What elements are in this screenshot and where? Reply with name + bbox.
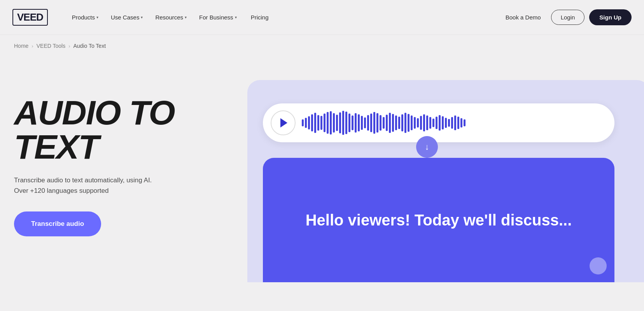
hero-illustration: ↓ Hello viewers! Today we'll discuss... <box>224 80 630 282</box>
hero-title: AUDIO TO TEXT <box>14 96 208 164</box>
waveform-bar <box>411 115 413 130</box>
decoration-circle <box>590 257 607 274</box>
chevron-down-icon: ▾ <box>96 15 98 19</box>
hero-left: AUDIO TO TEXT Transcribe audio to text a… <box>14 80 208 236</box>
waveform-bar <box>330 111 332 135</box>
waveform-bar <box>383 117 385 129</box>
arrow-down-circle: ↓ <box>416 136 438 158</box>
waveform-bar <box>317 115 319 131</box>
waveform-bar <box>355 113 357 133</box>
waveform-bar <box>361 116 363 130</box>
waveform-bar <box>342 111 344 135</box>
waveform-bar <box>367 115 369 131</box>
waveform-bar <box>352 115 354 130</box>
breadcrumb-current: Audio To Text <box>74 43 106 49</box>
waveform-bar <box>358 114 360 131</box>
waveform-bar <box>442 116 444 129</box>
waveform-bar <box>451 117 453 129</box>
transcription-text: Hello viewers! Today we'll discuss... <box>306 210 572 230</box>
transcribe-audio-button[interactable]: Transcribe audio <box>14 211 101 236</box>
waveform-card <box>263 103 614 142</box>
waveform-bar <box>436 117 438 129</box>
nav-resources[interactable]: Resources ▾ <box>150 10 192 24</box>
navbar: VEED Products ▾ Use Cases ▾ Resources ▾ … <box>0 0 644 35</box>
waveform-bar <box>373 112 375 134</box>
waveform-bar <box>302 119 304 126</box>
waveform-bar <box>408 114 410 132</box>
waveform-bar <box>311 114 313 131</box>
waveform-bar <box>333 113 335 133</box>
chevron-down-icon: ▾ <box>235 15 237 19</box>
breadcrumb-home[interactable]: Home <box>14 43 28 49</box>
waveform-bar <box>389 113 391 133</box>
book-demo-link[interactable]: Book a Demo <box>500 10 546 24</box>
waveform-bar <box>339 112 341 133</box>
transcription-card: Hello viewers! Today we'll discuss... <box>263 158 614 282</box>
hero-subtitle: Transcribe audio to text automatically, … <box>14 175 162 196</box>
waveform-bar <box>423 114 425 131</box>
waveform-bar <box>376 113 378 133</box>
waveform-bar <box>439 115 441 131</box>
waveform-bar <box>345 112 347 134</box>
waveform-bar <box>398 117 400 129</box>
hero-section: AUDIO TO TEXT Transcribe audio to text a… <box>0 57 644 298</box>
waveform-bar <box>392 114 394 132</box>
waveform-bar <box>327 112 329 134</box>
chevron-down-icon: ▾ <box>185 15 187 19</box>
nav-use-cases[interactable]: Use Cases ▾ <box>105 10 148 24</box>
waveform-bar <box>457 117 459 129</box>
waveform-bar <box>460 118 462 128</box>
nav-for-business[interactable]: For Business ▾ <box>194 10 242 24</box>
waveform-bar <box>320 116 322 130</box>
waveform-bar <box>380 115 382 131</box>
signup-button[interactable]: Sign Up <box>589 9 632 25</box>
waveform-bar <box>314 113 316 133</box>
waveform-bar <box>432 119 434 127</box>
waveform-bar <box>336 115 338 131</box>
waveform-bars <box>302 111 607 135</box>
breadcrumb-sep-2: › <box>68 43 70 49</box>
breadcrumb-veed-tools[interactable]: VEED Tools <box>37 43 65 49</box>
waveform-bar <box>429 117 431 129</box>
waveform-bar <box>386 115 388 131</box>
login-button[interactable]: Login <box>551 10 585 25</box>
waveform-bar <box>305 118 307 128</box>
waveform-bar <box>445 118 447 128</box>
waveform-bar <box>417 118 419 128</box>
waveform-bar <box>395 115 397 130</box>
waveform-bar <box>464 119 466 126</box>
play-icon <box>280 118 287 128</box>
breadcrumb-sep-1: › <box>32 43 33 49</box>
nav-links: Products ▾ Use Cases ▾ Resources ▾ For B… <box>66 10 500 24</box>
waveform-bar <box>324 114 326 132</box>
waveform-bar <box>308 116 310 129</box>
waveform-bar <box>370 114 372 132</box>
nav-products[interactable]: Products ▾ <box>66 10 104 24</box>
arrow-down-icon: ↓ <box>425 143 429 151</box>
waveform-bar <box>420 116 422 130</box>
waveform-bar <box>364 117 366 128</box>
waveform-bar <box>404 113 406 133</box>
waveform-bar <box>414 117 416 129</box>
breadcrumb: Home › VEED Tools › Audio To Text <box>0 35 644 57</box>
chevron-down-icon: ▾ <box>141 15 143 19</box>
nav-right: Book a Demo Login Sign Up <box>500 9 632 25</box>
waveform-bar <box>454 115 456 130</box>
waveform-bar <box>448 119 450 127</box>
waveform-bar <box>348 114 350 132</box>
waveform-bar <box>426 115 428 130</box>
nav-pricing[interactable]: Pricing <box>245 10 274 24</box>
brand-logo[interactable]: VEED <box>12 9 48 26</box>
play-button[interactable] <box>271 110 296 135</box>
waveform-bar <box>401 114 403 131</box>
